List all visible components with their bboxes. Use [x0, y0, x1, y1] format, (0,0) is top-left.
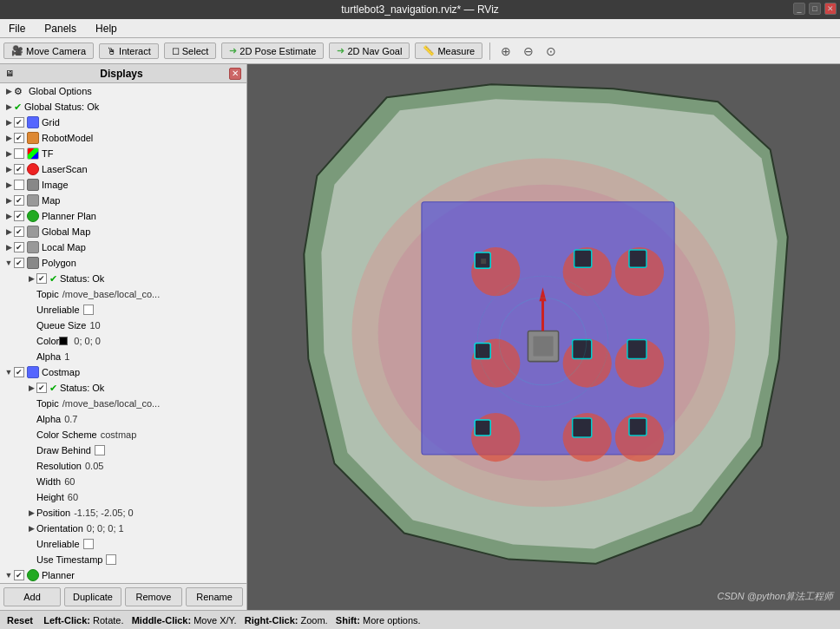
robot-model-expander[interactable]: ▶ — [3, 133, 14, 143]
polygon-unreliable-label: Unreliable — [36, 305, 80, 315]
maximize-button[interactable]: □ — [809, 3, 821, 15]
costmap-resolution-row[interactable]: Resolution 0.05 — [0, 458, 246, 474]
menu-file[interactable]: File — [3, 21, 30, 36]
costmap-width-row[interactable]: Width 60 — [0, 474, 246, 489]
polygon-color-row[interactable]: Color 0; 0; 0 — [0, 333, 246, 349]
interact-button[interactable]: 🖱 Interact — [99, 43, 159, 59]
costmap-height-value: 60 — [68, 492, 78, 502]
costmap-orientation-expander[interactable]: ▶ — [26, 523, 36, 534]
image-expander[interactable]: ▶ — [3, 180, 14, 190]
polygon-status-row[interactable]: ▶ ✔ ✔ Status: Ok — [0, 271, 246, 286]
displays-close-button[interactable]: ✕ — [229, 68, 241, 80]
polygon-queue-row[interactable]: Queue Size 10 — [0, 318, 246, 333]
costmap-usetimestamp-row[interactable]: Use Timestamp — [0, 552, 246, 567]
displays-tree[interactable]: ▶ ⚙ Global Options ▶ ✔ Global Status: Ok… — [0, 83, 246, 583]
costmap-row[interactable]: ▼ ✔ Costmap — [0, 364, 246, 380]
polygon-status-expander[interactable]: ▶ — [26, 273, 36, 284]
grid-expander[interactable]: ▶ — [3, 117, 14, 128]
map-row[interactable]: ▶ ✔ Map — [0, 193, 246, 208]
menu-help[interactable]: Help — [90, 21, 122, 36]
image-checkbox[interactable] — [14, 180, 24, 190]
planner-checkbox[interactable]: ✔ — [14, 570, 24, 580]
polygon-unreliable-checkbox[interactable] — [83, 305, 94, 315]
polygon-alpha-row[interactable]: Alpha 1 — [0, 349, 246, 364]
local-map-row[interactable]: ▶ ✔ Local Map — [0, 239, 246, 255]
costmap-expander[interactable]: ▼ — [3, 367, 14, 377]
costmap-position-value: -1.15; -2.05; 0 — [74, 508, 134, 518]
grid-row[interactable]: ▶ ✔ Grid — [0, 115, 246, 130]
planner-plan-row[interactable]: ▶ ✔ Planner Plan — [0, 208, 246, 224]
local-map-expander[interactable]: ▶ — [3, 242, 14, 252]
costmap-orientation-row[interactable]: ▶ Orientation 0; 0; 0; 1 — [0, 521, 246, 536]
costmap-alpha-row[interactable]: Alpha 0.7 — [0, 411, 246, 427]
costmap-topic-row[interactable]: Topic /move_base/local_co... — [0, 396, 246, 411]
pose-estimate-button[interactable]: ➜ 2D Pose Estimate — [221, 43, 324, 59]
polygon-status-checkbox[interactable]: ✔ — [36, 273, 47, 284]
global-map-checkbox[interactable]: ✔ — [14, 226, 24, 237]
costmap-status-checkbox[interactable]: ✔ — [36, 383, 47, 393]
nav-goal-button[interactable]: ➜ 2D Nav Goal — [329, 43, 410, 59]
rename-button[interactable]: Rename — [186, 587, 243, 606]
global-options-expander[interactable]: ▶ — [3, 86, 14, 96]
polygon-topic-row[interactable]: Topic /move_base/local_co... — [0, 286, 246, 302]
zoom-out-button[interactable]: ⊖ — [520, 43, 537, 60]
zoom-fit-button[interactable]: ⊙ — [542, 43, 560, 60]
polygon-expander[interactable]: ▼ — [3, 258, 14, 268]
polygon-checkbox[interactable]: ✔ — [14, 258, 24, 268]
image-row[interactable]: ▶ Image — [0, 177, 246, 193]
costmap-checkbox[interactable]: ✔ — [14, 367, 24, 377]
costmap-colorscheme-row[interactable]: Color Scheme costmap — [0, 427, 246, 442]
menubar: File Panels Help — [0, 19, 840, 38]
laserscan-row[interactable]: ▶ ✔ LaserScan — [0, 161, 246, 177]
move-camera-button[interactable]: 🎥 Move Camera — [3, 43, 94, 59]
costmap-position-expander[interactable]: ▶ — [26, 508, 36, 518]
tf-row[interactable]: ▶ TF — [0, 146, 246, 161]
menu-panels[interactable]: Panels — [39, 21, 82, 36]
costmap-drawbehind-row[interactable]: Draw Behind — [0, 442, 246, 458]
map-checkbox[interactable]: ✔ — [14, 195, 24, 206]
costmap-position-row[interactable]: ▶ Position -1.15; -2.05; 0 — [0, 505, 246, 521]
measure-button[interactable]: 📏 Measure — [415, 43, 482, 59]
global-status-expander[interactable]: ▶ — [3, 102, 14, 112]
zoom-in-button[interactable]: ⊕ — [497, 43, 515, 60]
planner-plan-checkbox[interactable]: ✔ — [14, 211, 24, 221]
visualization-view[interactable] — [247, 64, 840, 610]
costmap-height-row[interactable]: Height 60 — [0, 489, 246, 505]
pose-estimate-icon: ➜ — [229, 45, 237, 56]
costmap-usetimestamp-checkbox[interactable] — [106, 554, 116, 565]
close-button[interactable]: ✕ — [824, 3, 837, 15]
robot-model-row[interactable]: ▶ ✔ RobotModel — [0, 130, 246, 146]
costmap-drawbehind-checkbox[interactable] — [95, 445, 105, 455]
remove-button[interactable]: Remove — [125, 587, 182, 606]
polygon-unreliable-row[interactable]: Unreliable — [0, 302, 246, 318]
right-panel[interactable]: CSDN @python算法工程师 — [247, 64, 840, 610]
local-map-checkbox[interactable]: ✔ — [14, 242, 24, 252]
polygon-alpha-label: Alpha — [36, 351, 61, 362]
costmap-status-expander[interactable]: ▶ — [26, 383, 36, 393]
global-map-row[interactable]: ▶ ✔ Global Map — [0, 224, 246, 239]
costmap-label: Costmap — [42, 367, 80, 377]
duplicate-button[interactable]: Duplicate — [64, 587, 121, 606]
svg-rect-22 — [475, 420, 490, 436]
robot-model-checkbox[interactable]: ✔ — [14, 133, 24, 143]
costmap-unreliable-row[interactable]: Unreliable — [0, 536, 246, 552]
polygon-row[interactable]: ▼ ✔ Polygon — [0, 255, 246, 271]
planner-expander[interactable]: ▼ — [3, 570, 14, 580]
minimize-button[interactable]: _ — [793, 3, 805, 15]
tf-expander[interactable]: ▶ — [3, 148, 14, 159]
laserscan-checkbox[interactable]: ✔ — [14, 164, 24, 174]
tf-checkbox[interactable] — [14, 148, 24, 159]
grid-checkbox[interactable]: ✔ — [14, 117, 24, 128]
laserscan-expander[interactable]: ▶ — [3, 164, 14, 174]
map-expander[interactable]: ▶ — [3, 195, 14, 206]
global-status-row[interactable]: ▶ ✔ Global Status: Ok — [0, 99, 246, 115]
global-map-expander[interactable]: ▶ — [3, 226, 14, 237]
costmap-status-row[interactable]: ▶ ✔ ✔ Status: Ok — [0, 380, 246, 396]
planner-plan-expander[interactable]: ▶ — [3, 211, 14, 221]
global-options-row[interactable]: ▶ ⚙ Global Options — [0, 83, 246, 99]
planner-row[interactable]: ▼ ✔ Planner — [0, 567, 246, 583]
polygon-color-value: 0; 0; 0 — [74, 336, 101, 346]
costmap-unreliable-checkbox[interactable] — [83, 539, 94, 549]
add-button[interactable]: Add — [3, 587, 61, 606]
select-button[interactable]: ◻ Select — [164, 43, 217, 59]
